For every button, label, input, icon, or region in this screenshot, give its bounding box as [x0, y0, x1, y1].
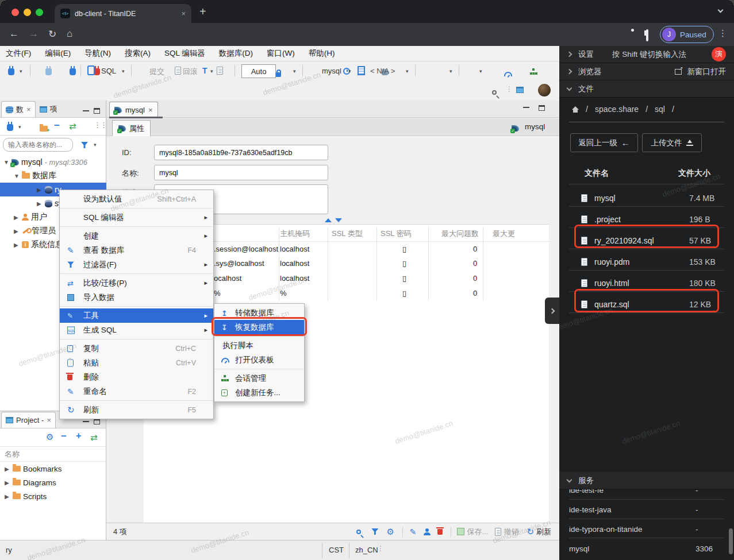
breadcrumb-sql[interactable]: sql [655, 105, 665, 114]
properties-tab[interactable]: 属性 [112, 120, 151, 136]
active-connection-label[interactable]: mysql [322, 67, 341, 75]
section-expand-down-icon[interactable] [335, 218, 342, 222]
grid-cell-max-questions[interactable]: 0 [473, 274, 477, 283]
connection-dropdown-icon[interactable]: ▾ [348, 68, 351, 74]
collapsed-arrow-icon[interactable]: ▶ [14, 214, 20, 221]
view-menu-kebab-icon[interactable]: ⋮⋮ [94, 121, 106, 129]
new-folder-icon[interactable]: + [40, 126, 48, 132]
tab-projects[interactable]: 项 [36, 101, 62, 117]
link-editor-icon[interactable]: ⇄ [90, 432, 98, 443]
service-row[interactable]: ide-typora-on-titanide - [569, 520, 724, 538]
grid-filter-icon[interactable] [371, 528, 378, 535]
history-dropdown-icon[interactable]: ▾ [293, 68, 296, 74]
grid-cell-mask[interactable]: % [280, 289, 287, 298]
filter-icon[interactable] [81, 142, 88, 148]
autocommit-select[interactable]: Auto [241, 64, 276, 78]
grid-cell-ssl-password[interactable]: ▯ [402, 274, 406, 283]
search-dropdown-icon[interactable]: ▾ [479, 68, 482, 74]
grid-settings-icon[interactable]: ⚙ [386, 527, 394, 537]
collapse-all-icon[interactable]: − [61, 431, 67, 442]
menu-item-paste[interactable]: 粘贴Ctrl+V [60, 356, 213, 370]
minimize-editor-icon[interactable] [523, 106, 529, 108]
edit-row-icon[interactable]: ✎ [410, 527, 417, 536]
collapse-all-icon[interactable]: − [54, 120, 60, 132]
grid-header-ssl-password[interactable]: SSL 密码 [381, 229, 412, 239]
new-connection-icon[interactable] [8, 68, 14, 75]
scheme-dropdown-icon[interactable]: ▾ [449, 68, 452, 74]
rollback-label[interactable]: 回滚 [183, 67, 198, 77]
menu-item-delete[interactable]: 删除 [60, 370, 213, 384]
delete-row-icon[interactable] [437, 529, 443, 535]
collapsed-arrow-icon[interactable]: ▶ [14, 242, 20, 248]
profile-button[interactable]: J Paused [660, 26, 714, 43]
revert-icon[interactable] [495, 528, 501, 536]
commit-label[interactable]: 提交 [149, 67, 164, 77]
menu-sql-editor[interactable]: SQL 编辑器 [164, 48, 205, 59]
refresh-icon[interactable]: ↻ [527, 527, 534, 537]
file-row[interactable]: ruoyi.pdm 153 KB [581, 254, 725, 269]
tree-item-scripts[interactable]: ▶ Scripts [0, 489, 106, 503]
submenu-item-create-task[interactable]: + 创建新任务... [214, 385, 304, 400]
forward-icon[interactable]: → [29, 28, 39, 40]
menu-item-refresh[interactable]: ↻ 刷新F5 [60, 403, 213, 417]
schema-dropdown-icon[interactable]: ▾ [406, 68, 409, 74]
grid-cell-max-questions[interactable]: 0 [473, 289, 477, 298]
menu-database[interactable]: 数据库(D) [219, 48, 253, 59]
dashboard-icon[interactable] [504, 72, 512, 76]
menu-item-filter[interactable]: 过滤器(F)▸ [60, 257, 213, 272]
tree-connection-mysql[interactable]: ▼ mysql - mysql:3306 [0, 155, 106, 169]
add-user-icon[interactable] [424, 528, 431, 535]
maximize-panel-icon[interactable] [94, 108, 100, 114]
transaction-mode-icon[interactable]: T [202, 66, 207, 75]
browser-tab[interactable]: <t> db-client - TitanIDE × [55, 4, 191, 23]
menu-item-set-default[interactable]: 设为默认值Shift+Ctrl+A [60, 192, 213, 206]
menu-item-copy[interactable]: 复制Ctrl+C [60, 341, 213, 356]
browser-menu-kebab-icon[interactable]: ⋮ [718, 28, 727, 38]
grid-cell-max-questions[interactable]: 0 [473, 259, 477, 268]
status-kebab-icon[interactable]: ⋮ [377, 544, 384, 553]
new-connection-icon[interactable] [7, 124, 13, 131]
grid-cell-ssl-password[interactable]: ▯ [402, 259, 406, 268]
grid-header-ssl-type[interactable]: SSL 类型 [332, 229, 363, 239]
menu-navigate[interactable]: 导航(N) [84, 48, 111, 59]
refresh-label[interactable]: 刷新 [536, 527, 551, 537]
collapsed-arrow-icon[interactable]: ▶ [5, 493, 10, 500]
name-field[interactable]: mysql [154, 165, 328, 180]
tree-item-bookmarks[interactable]: ▶ Bookmarks [0, 462, 106, 476]
menu-item-sql-editor[interactable]: SQL 编辑器▸ [60, 210, 213, 225]
grid-header-max-updates[interactable]: 最大更 [493, 229, 515, 239]
breadcrumb-space-share[interactable]: space.share [595, 105, 639, 114]
scheme-icon[interactable] [530, 68, 537, 75]
menu-edit[interactable]: 编辑(E) [45, 48, 71, 59]
demo-badge[interactable]: 演 [712, 47, 726, 61]
home-icon[interactable] [572, 106, 579, 113]
tab-project[interactable]: Project - × [1, 412, 56, 428]
sidebar-scrollbar[interactable] [729, 528, 733, 554]
grid-cell-ssl-password[interactable]: ▯ [402, 289, 406, 298]
settings-gear-icon[interactable]: ⚙ [46, 432, 53, 442]
section-collapse-up-icon[interactable] [325, 218, 332, 222]
new-connection-dropdown-icon[interactable]: ▾ [18, 124, 21, 130]
editor-tab-mysql[interactable]: mysql × [109, 102, 158, 117]
database-list-icon[interactable] [358, 66, 365, 75]
reload-icon[interactable]: ↻ [48, 28, 56, 40]
link-editor-icon[interactable]: ⇄ [69, 121, 76, 132]
go-up-button[interactable]: 返回上一级 ← [570, 133, 638, 152]
section-services[interactable]: 服务 [559, 472, 734, 489]
tree-item-diagrams[interactable]: ▶ Diagrams [0, 476, 106, 489]
perspective-icon[interactable] [516, 87, 524, 93]
file-name-header[interactable]: 文件名 [585, 168, 609, 179]
filter-dropdown-icon[interactable]: ▾ [94, 142, 97, 148]
project-name-column-header[interactable]: 名称 [0, 447, 106, 462]
menu-help[interactable]: 帮助(H) [309, 48, 335, 59]
collapsed-arrow-icon[interactable]: ▶ [14, 228, 20, 234]
new-tab-button[interactable]: + [199, 5, 206, 18]
maximize-editor-icon[interactable] [539, 105, 545, 111]
service-row[interactable]: ide-test-java - [569, 501, 724, 518]
grid-cell-mask[interactable]: localhost [280, 259, 309, 268]
menu-item-compare-migrate[interactable]: ⇄ 比较/迁移(P)▸ [60, 276, 213, 290]
disconnect-icon[interactable] [94, 68, 100, 75]
service-row-mysql[interactable]: mysql 3306 [569, 540, 724, 557]
revert-label[interactable]: 撤销 [504, 527, 518, 537]
submenu-item-session-manager[interactable]: 会话管理 [214, 371, 304, 385]
